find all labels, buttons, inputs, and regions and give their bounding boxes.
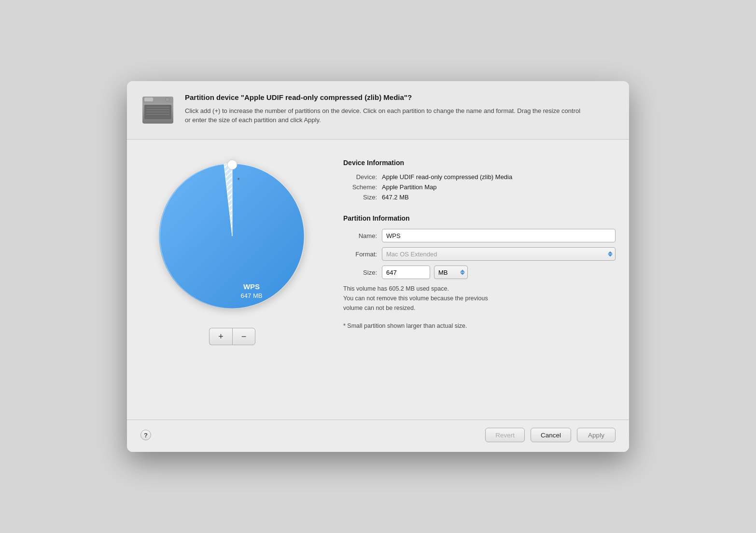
apply-button[interactable]: Apply (577, 428, 616, 442)
name-input[interactable] (382, 229, 616, 242)
notice-line3: volume can not be resized. (343, 305, 415, 311)
revert-button[interactable]: Revert (485, 428, 525, 442)
scheme-label: Scheme: (343, 183, 377, 191)
add-partition-button[interactable]: + (209, 328, 232, 345)
small-partition-note: * Small partition shown larger than actu… (343, 323, 616, 329)
size-row: Size: 647.2 MB (343, 194, 616, 201)
device-value: Apple UDIF read-only compressed (zlib) M… (382, 173, 512, 181)
scheme-value: Apple Partition Map (382, 183, 436, 191)
size-input[interactable] (382, 266, 430, 279)
device-label: Device: (343, 173, 377, 181)
size-row-inputs: MB GB TB (382, 266, 468, 279)
size-form-label: Size: (343, 269, 377, 276)
device-info-title: Device Information (343, 159, 616, 167)
name-label: Name: (343, 232, 377, 239)
pie-partition-size: 647 MB (241, 292, 263, 299)
format-select[interactable]: Mac OS Extended Mac OS Extended (Journal… (382, 247, 616, 261)
partition-info-section: Partition Information Name: Format: Mac … (343, 214, 616, 329)
size-form-row: Size: MB GB TB (343, 266, 616, 279)
small-partition-note-text: * Small partition shown larger than actu… (343, 323, 467, 329)
chart-area: WPS 647 MB * + − (140, 154, 324, 410)
drive-icon (140, 93, 175, 127)
pie-partition-name: WPS (243, 282, 260, 291)
svg-rect-7 (144, 98, 153, 101)
help-button[interactable]: ? (140, 430, 151, 440)
dialog-footer: ? Revert Cancel Apply (127, 420, 629, 452)
main-content: WPS 647 MB * + − Device Information (127, 140, 629, 420)
header-text: Partition device "Apple UDIF read-only c… (185, 93, 581, 125)
dialog-title: Partition device "Apple UDIF read-only c… (185, 93, 581, 102)
cancel-button[interactable]: Cancel (531, 428, 571, 442)
partition-dialog: Partition device "Apple UDIF read-only c… (127, 81, 629, 452)
format-label: Format: (343, 251, 377, 258)
notice-line1: This volume has 605.2 MB used space. (343, 285, 449, 292)
size-unit-select[interactable]: MB GB TB (434, 266, 468, 279)
small-partition-asterisk: * (238, 177, 240, 183)
footer-right: Revert Cancel Apply (485, 428, 616, 442)
pie-container: WPS 647 MB * (150, 154, 314, 318)
scheme-row: Scheme: Apple Partition Map (343, 183, 616, 191)
size-unit-wrapper: MB GB TB (434, 266, 468, 279)
dialog-header: Partition device "Apple UDIF read-only c… (127, 81, 629, 140)
size-value: 647.2 MB (382, 194, 409, 201)
name-row: Name: (343, 229, 616, 242)
svg-point-8 (166, 98, 169, 101)
size-label: Size: (343, 194, 377, 201)
dialog-description: Click add (+) to increase the number of … (185, 106, 581, 125)
notice-line2: You can not remove this volume because t… (343, 295, 488, 302)
info-panel: Device Information Device: Apple UDIF re… (343, 154, 616, 410)
format-select-wrapper: Mac OS Extended Mac OS Extended (Journal… (382, 247, 616, 261)
partition-controls: + − (209, 328, 255, 345)
footer-left: ? (140, 430, 151, 440)
device-row: Device: Apple UDIF read-only compressed … (343, 173, 616, 181)
remove-partition-button[interactable]: − (232, 328, 255, 345)
resize-handle[interactable] (227, 160, 237, 169)
format-row: Format: Mac OS Extended Mac OS Extended … (343, 247, 616, 261)
pie-chart-svg: WPS 647 MB * (150, 154, 314, 318)
device-info-section: Device Information Device: Apple UDIF re… (343, 159, 616, 201)
partition-info-title: Partition Information (343, 214, 616, 222)
notice-text: This volume has 605.2 MB used space. You… (343, 284, 585, 313)
